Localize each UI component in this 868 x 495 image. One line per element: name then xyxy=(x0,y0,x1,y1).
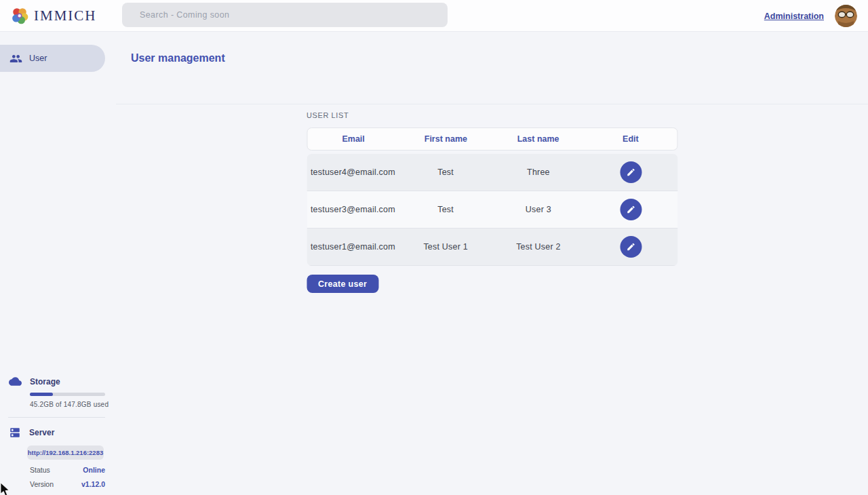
sidebar: User Storage 45.2GB of 147.8GB used Serv… xyxy=(0,32,116,495)
server-status-label: Status xyxy=(30,466,50,474)
server-version-value: v1.12.0 xyxy=(81,480,105,488)
sidebar-item-user[interactable]: User xyxy=(0,45,105,72)
column-header-first-name: First name xyxy=(399,134,492,144)
edit-user-button[interactable] xyxy=(620,161,642,183)
users-icon xyxy=(9,52,22,65)
cloud-icon xyxy=(9,375,22,388)
cell-email: testuser4@email.com xyxy=(307,167,399,177)
edit-user-button[interactable] xyxy=(620,236,642,258)
cell-first-name: Test User 1 xyxy=(399,242,492,252)
search-input[interactable] xyxy=(122,3,448,27)
panel-divider xyxy=(8,417,105,418)
cell-last-name: Test User 2 xyxy=(492,242,585,252)
server-version-label: Version xyxy=(30,480,54,488)
app-title: IMMICH xyxy=(34,7,97,24)
server-url-badge: http://192.168.1.216:2283 xyxy=(27,446,104,460)
table-row: testuser3@email.com Test User 3 xyxy=(307,191,677,229)
server-icon xyxy=(9,427,21,439)
mouse-cursor xyxy=(0,483,11,495)
pencil-icon xyxy=(627,242,636,252)
user-avatar[interactable] xyxy=(835,5,857,27)
top-navigation-bar: IMMICH Administration xyxy=(0,0,868,32)
server-status-value: Online xyxy=(83,466,105,474)
sidebar-item-label: User xyxy=(29,54,47,63)
administration-link[interactable]: Administration xyxy=(764,12,824,21)
create-user-button[interactable]: Create user xyxy=(307,275,378,293)
cell-email: testuser3@email.com xyxy=(307,205,399,214)
cell-last-name: Three xyxy=(492,167,585,177)
storage-progress-bar xyxy=(30,393,105,396)
pencil-icon xyxy=(627,205,636,214)
user-table: testuser4@email.com Test Three testuser3… xyxy=(307,154,677,266)
main-content: User management USER LIST Email First na… xyxy=(116,32,868,495)
server-url: http://192.168.1.216:2283 xyxy=(28,449,103,456)
user-list-section-label: USER LIST xyxy=(307,111,677,119)
server-label: Server xyxy=(29,428,54,437)
app-logo[interactable]: IMMICH xyxy=(0,7,122,24)
cell-first-name: Test xyxy=(399,205,492,214)
immich-flower-icon xyxy=(11,7,28,24)
storage-progress-fill xyxy=(30,393,53,396)
storage-usage-text: 45.2GB of 147.8GB used xyxy=(30,401,116,408)
table-row: testuser1@email.com Test User 1 Test Use… xyxy=(307,229,677,266)
cell-last-name: User 3 xyxy=(492,205,585,214)
status-panel: Storage 45.2GB of 147.8GB used Server ht… xyxy=(0,375,116,488)
cell-first-name: Test xyxy=(399,167,492,177)
column-header-email: Email xyxy=(307,134,399,144)
storage-label: Storage xyxy=(30,377,60,387)
page-title: User management xyxy=(131,52,225,64)
user-table-header: Email First name Last name Edit xyxy=(307,127,677,151)
column-header-edit: Edit xyxy=(585,134,677,144)
table-row: testuser4@email.com Test Three xyxy=(307,154,677,191)
cell-email: testuser1@email.com xyxy=(307,242,399,252)
edit-user-button[interactable] xyxy=(620,199,642,220)
avatar-photo-icon xyxy=(835,5,857,27)
pencil-icon xyxy=(627,167,636,177)
column-header-last-name: Last name xyxy=(492,134,585,144)
